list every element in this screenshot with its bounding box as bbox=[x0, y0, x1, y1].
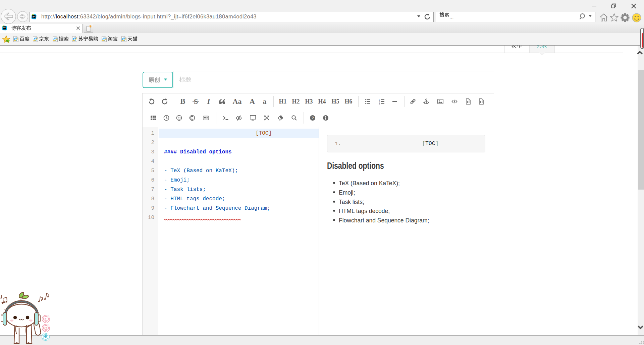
svg-text:3: 3 bbox=[379, 103, 380, 105]
svg-text:WS: WS bbox=[33, 16, 35, 17]
svg-text:?: ? bbox=[312, 116, 314, 120]
svg-text:O: O bbox=[44, 326, 47, 331]
svg-text:WS: WS bbox=[3, 27, 6, 28]
svg-text:C: C bbox=[45, 317, 48, 322]
